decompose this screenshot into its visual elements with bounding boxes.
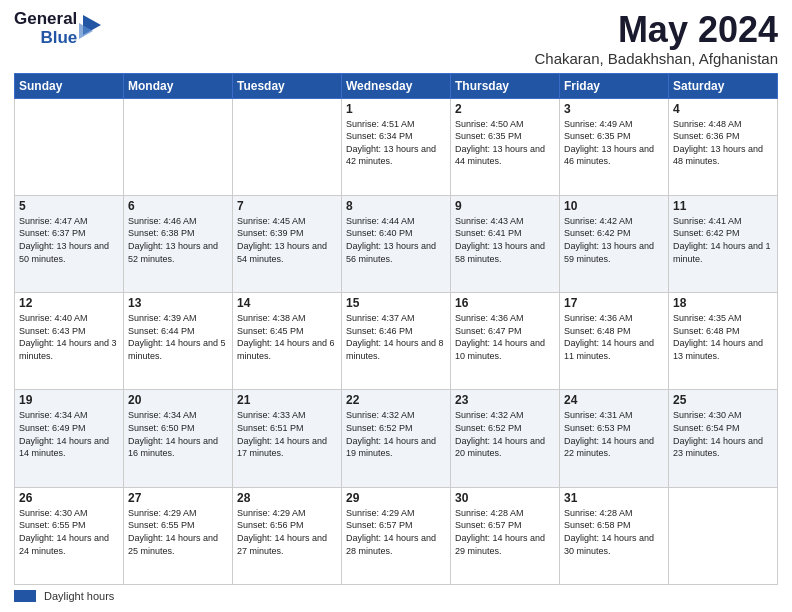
- day-number: 26: [19, 491, 119, 505]
- day-info: Sunrise: 4:29 AMSunset: 6:55 PMDaylight:…: [128, 507, 228, 557]
- day-number: 16: [455, 296, 555, 310]
- day-info: Sunrise: 4:28 AMSunset: 6:58 PMDaylight:…: [564, 507, 664, 557]
- day-info: Sunrise: 4:30 AMSunset: 6:55 PMDaylight:…: [19, 507, 119, 557]
- calendar-cell: 27Sunrise: 4:29 AMSunset: 6:55 PMDayligh…: [124, 487, 233, 584]
- day-number: 28: [237, 491, 337, 505]
- day-info: Sunrise: 4:29 AMSunset: 6:56 PMDaylight:…: [237, 507, 337, 557]
- logo-general: General: [14, 10, 77, 29]
- calendar-cell: 10Sunrise: 4:42 AMSunset: 6:42 PMDayligh…: [560, 195, 669, 292]
- calendar-cell: 31Sunrise: 4:28 AMSunset: 6:58 PMDayligh…: [560, 487, 669, 584]
- day-info: Sunrise: 4:34 AMSunset: 6:49 PMDaylight:…: [19, 409, 119, 459]
- day-info: Sunrise: 4:33 AMSunset: 6:51 PMDaylight:…: [237, 409, 337, 459]
- month-title: May 2024: [534, 10, 778, 50]
- calendar-cell: 25Sunrise: 4:30 AMSunset: 6:54 PMDayligh…: [669, 390, 778, 487]
- day-number: 5: [19, 199, 119, 213]
- day-number: 18: [673, 296, 773, 310]
- day-number: 2: [455, 102, 555, 116]
- calendar-cell: [233, 98, 342, 195]
- calendar-week-3: 19Sunrise: 4:34 AMSunset: 6:49 PMDayligh…: [15, 390, 778, 487]
- day-info: Sunrise: 4:28 AMSunset: 6:57 PMDaylight:…: [455, 507, 555, 557]
- day-number: 15: [346, 296, 446, 310]
- weekday-header-saturday: Saturday: [669, 73, 778, 98]
- calendar-cell: 3Sunrise: 4:49 AMSunset: 6:35 PMDaylight…: [560, 98, 669, 195]
- day-number: 27: [128, 491, 228, 505]
- day-number: 19: [19, 393, 119, 407]
- calendar-cell: 13Sunrise: 4:39 AMSunset: 6:44 PMDayligh…: [124, 293, 233, 390]
- day-info: Sunrise: 4:50 AMSunset: 6:35 PMDaylight:…: [455, 118, 555, 168]
- day-number: 20: [128, 393, 228, 407]
- day-info: Sunrise: 4:30 AMSunset: 6:54 PMDaylight:…: [673, 409, 773, 459]
- day-number: 30: [455, 491, 555, 505]
- location-title: Chakaran, Badakhshan, Afghanistan: [534, 50, 778, 67]
- day-number: 11: [673, 199, 773, 213]
- logo-icon: [79, 15, 101, 43]
- day-info: Sunrise: 4:49 AMSunset: 6:35 PMDaylight:…: [564, 118, 664, 168]
- day-number: 23: [455, 393, 555, 407]
- day-info: Sunrise: 4:29 AMSunset: 6:57 PMDaylight:…: [346, 507, 446, 557]
- calendar-week-4: 26Sunrise: 4:30 AMSunset: 6:55 PMDayligh…: [15, 487, 778, 584]
- day-info: Sunrise: 4:34 AMSunset: 6:50 PMDaylight:…: [128, 409, 228, 459]
- daylight-label: Daylight hours: [44, 590, 114, 602]
- calendar-cell: 14Sunrise: 4:38 AMSunset: 6:45 PMDayligh…: [233, 293, 342, 390]
- calendar-cell: 24Sunrise: 4:31 AMSunset: 6:53 PMDayligh…: [560, 390, 669, 487]
- header: General Blue May 2024 Chakaran, Badakhsh…: [14, 10, 778, 67]
- calendar-cell: 5Sunrise: 4:47 AMSunset: 6:37 PMDaylight…: [15, 195, 124, 292]
- logo: General Blue: [14, 10, 101, 47]
- calendar-cell: 21Sunrise: 4:33 AMSunset: 6:51 PMDayligh…: [233, 390, 342, 487]
- title-block: May 2024 Chakaran, Badakhshan, Afghanist…: [534, 10, 778, 67]
- day-info: Sunrise: 4:44 AMSunset: 6:40 PMDaylight:…: [346, 215, 446, 265]
- calendar-cell: 7Sunrise: 4:45 AMSunset: 6:39 PMDaylight…: [233, 195, 342, 292]
- day-number: 12: [19, 296, 119, 310]
- day-info: Sunrise: 4:45 AMSunset: 6:39 PMDaylight:…: [237, 215, 337, 265]
- calendar-cell: 26Sunrise: 4:30 AMSunset: 6:55 PMDayligh…: [15, 487, 124, 584]
- day-info: Sunrise: 4:47 AMSunset: 6:37 PMDaylight:…: [19, 215, 119, 265]
- calendar-cell: 30Sunrise: 4:28 AMSunset: 6:57 PMDayligh…: [451, 487, 560, 584]
- day-number: 9: [455, 199, 555, 213]
- calendar-cell: 6Sunrise: 4:46 AMSunset: 6:38 PMDaylight…: [124, 195, 233, 292]
- calendar-cell: 2Sunrise: 4:50 AMSunset: 6:35 PMDaylight…: [451, 98, 560, 195]
- calendar-cell: [669, 487, 778, 584]
- weekday-header-wednesday: Wednesday: [342, 73, 451, 98]
- day-info: Sunrise: 4:40 AMSunset: 6:43 PMDaylight:…: [19, 312, 119, 362]
- weekday-header-monday: Monday: [124, 73, 233, 98]
- day-number: 3: [564, 102, 664, 116]
- day-number: 13: [128, 296, 228, 310]
- calendar-cell: 23Sunrise: 4:32 AMSunset: 6:52 PMDayligh…: [451, 390, 560, 487]
- weekday-header-friday: Friday: [560, 73, 669, 98]
- calendar-cell: [124, 98, 233, 195]
- day-number: 8: [346, 199, 446, 213]
- day-number: 1: [346, 102, 446, 116]
- day-number: 21: [237, 393, 337, 407]
- day-info: Sunrise: 4:43 AMSunset: 6:41 PMDaylight:…: [455, 215, 555, 265]
- calendar-week-2: 12Sunrise: 4:40 AMSunset: 6:43 PMDayligh…: [15, 293, 778, 390]
- day-number: 10: [564, 199, 664, 213]
- calendar-cell: 12Sunrise: 4:40 AMSunset: 6:43 PMDayligh…: [15, 293, 124, 390]
- calendar-cell: 8Sunrise: 4:44 AMSunset: 6:40 PMDaylight…: [342, 195, 451, 292]
- day-number: 4: [673, 102, 773, 116]
- day-info: Sunrise: 4:36 AMSunset: 6:48 PMDaylight:…: [564, 312, 664, 362]
- calendar-cell: 15Sunrise: 4:37 AMSunset: 6:46 PMDayligh…: [342, 293, 451, 390]
- day-info: Sunrise: 4:37 AMSunset: 6:46 PMDaylight:…: [346, 312, 446, 362]
- daylight-swatch: [14, 590, 36, 602]
- page: General Blue May 2024 Chakaran, Badakhsh…: [0, 0, 792, 612]
- calendar-cell: [15, 98, 124, 195]
- day-number: 25: [673, 393, 773, 407]
- day-info: Sunrise: 4:41 AMSunset: 6:42 PMDaylight:…: [673, 215, 773, 265]
- calendar-week-0: 1Sunrise: 4:51 AMSunset: 6:34 PMDaylight…: [15, 98, 778, 195]
- day-info: Sunrise: 4:48 AMSunset: 6:36 PMDaylight:…: [673, 118, 773, 168]
- day-info: Sunrise: 4:46 AMSunset: 6:38 PMDaylight:…: [128, 215, 228, 265]
- day-number: 22: [346, 393, 446, 407]
- calendar-cell: 19Sunrise: 4:34 AMSunset: 6:49 PMDayligh…: [15, 390, 124, 487]
- calendar-cell: 18Sunrise: 4:35 AMSunset: 6:48 PMDayligh…: [669, 293, 778, 390]
- day-number: 7: [237, 199, 337, 213]
- calendar-table: SundayMondayTuesdayWednesdayThursdayFrid…: [14, 73, 778, 585]
- footer: Daylight hours: [14, 590, 778, 602]
- day-info: Sunrise: 4:35 AMSunset: 6:48 PMDaylight:…: [673, 312, 773, 362]
- day-number: 31: [564, 491, 664, 505]
- calendar-cell: 11Sunrise: 4:41 AMSunset: 6:42 PMDayligh…: [669, 195, 778, 292]
- calendar-cell: 20Sunrise: 4:34 AMSunset: 6:50 PMDayligh…: [124, 390, 233, 487]
- day-info: Sunrise: 4:31 AMSunset: 6:53 PMDaylight:…: [564, 409, 664, 459]
- weekday-header-sunday: Sunday: [15, 73, 124, 98]
- day-info: Sunrise: 4:42 AMSunset: 6:42 PMDaylight:…: [564, 215, 664, 265]
- calendar-cell: 9Sunrise: 4:43 AMSunset: 6:41 PMDaylight…: [451, 195, 560, 292]
